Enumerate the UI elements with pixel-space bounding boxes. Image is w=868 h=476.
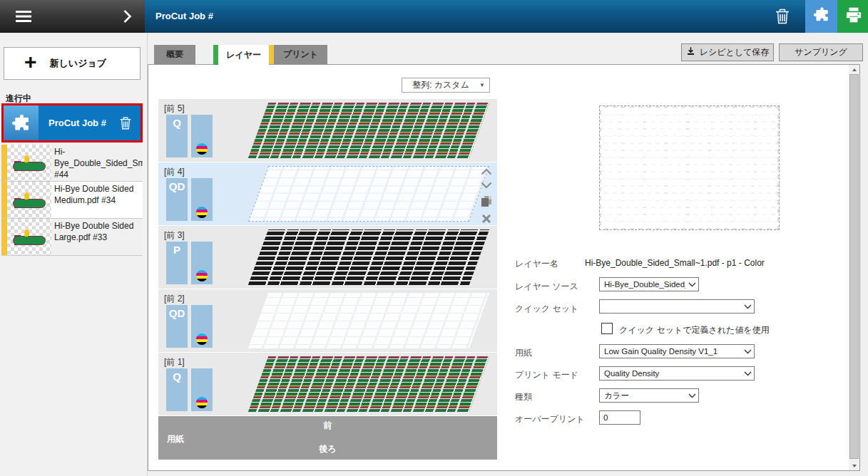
top-bar-main: ProCut Job # — [145, 0, 868, 33]
chevron-down-icon — [685, 393, 698, 398]
job-name: ProCut Job # — [48, 118, 119, 128]
layer-row-label: [前 1] — [164, 356, 185, 368]
job-item[interactable]: Hi-Bye Double Sided Medium.pdf #34 — [1, 182, 143, 219]
layer-row-front-1[interactable]: [前 1] Q — [158, 353, 497, 415]
cmyk-circle-icon — [196, 270, 208, 281]
new-job-label: 新しいジョブ — [50, 57, 107, 70]
layer-stack-footer: 前 用紙 後ろ — [158, 416, 497, 460]
color-channel-bar — [191, 178, 213, 221]
color-channel-bar — [191, 305, 213, 348]
paper-field-label: 用紙 — [515, 347, 532, 359]
chevron-down-icon — [741, 349, 754, 354]
type-label: 種類 — [515, 391, 532, 403]
color-channel-bar — [191, 242, 213, 284]
tab-layers-active[interactable]: レイヤー — [213, 45, 269, 65]
app-window: ProCut Job # — [0, 0, 868, 476]
trash-icon[interactable] — [119, 116, 133, 130]
top-bar-left — [0, 0, 145, 33]
back-side-label: 後ろ — [158, 443, 497, 455]
layer-name-value: Hi-Bye_Double_Sided_Small~1.pdf - p1 - C… — [585, 258, 765, 268]
use-quick-set-checkbox-label: クイック セットで定義された値を使用 — [619, 324, 770, 336]
print-mode-select[interactable]: Quality Density — [599, 366, 755, 381]
tab-overview[interactable]: 概要 — [154, 45, 195, 64]
download-icon — [686, 46, 695, 58]
job-thumbnail — [7, 219, 51, 255]
layer-row-front-2[interactable]: [前 2] QD — [158, 289, 497, 352]
print-mode-badge: QD — [166, 305, 188, 348]
puzzle-icon — [812, 6, 831, 27]
sampling-label: サンプリング — [795, 46, 847, 58]
job-name: Hi-Bye Double Sided Medium.pdf #34 — [51, 182, 143, 218]
delete-job-trash-icon[interactable] — [775, 8, 795, 25]
page-title: ProCut Job # — [155, 11, 213, 21]
expand-panel-chevron-right-icon[interactable] — [123, 9, 132, 26]
use-quick-set-checkbox[interactable] — [601, 323, 613, 334]
cmyk-circle-icon — [196, 207, 208, 218]
layer-thumbnail — [248, 103, 489, 158]
print-mode-badge: P — [166, 242, 188, 284]
sidebar: + 新しいジョブ 進行中 ProCut Job # — [0, 33, 148, 476]
job-thumbnail — [7, 182, 51, 218]
layer-row-front-3[interactable]: [前 3] P — [158, 226, 497, 289]
overprint-input[interactable] — [599, 410, 640, 425]
job-view-button[interactable] — [805, 0, 837, 33]
job-item[interactable]: Hi-Bye_Double_Sided_Small.pdf #44 — [1, 145, 143, 182]
layer-thumbnail — [248, 166, 489, 222]
top-bar: ProCut Job # — [0, 0, 868, 33]
chevron-down-icon — [741, 371, 754, 376]
print-mode-badge: QD — [166, 178, 188, 221]
cmyk-circle-icon — [196, 143, 208, 155]
job-status-stripe — [1, 182, 7, 218]
chevron-down-icon — [741, 304, 754, 309]
quick-set-select[interactable] — [599, 299, 755, 314]
move-layer-down-chevron-icon[interactable] — [481, 182, 492, 189]
scrollbar-thumb[interactable] — [849, 74, 859, 459]
layer-source-select[interactable]: Hi-Bye_Double_Sided_Sma — [599, 277, 699, 291]
layer-row-label: [前 5] — [164, 103, 185, 115]
tab-print[interactable]: プリント — [269, 45, 327, 64]
save-as-recipe-button[interactable]: レシピとして保存 — [681, 43, 774, 61]
front-side-label: 前 — [158, 420, 497, 432]
delete-layer-x-icon[interactable] — [481, 214, 491, 224]
puzzle-icon — [4, 105, 39, 140]
move-layer-up-chevron-icon[interactable] — [481, 168, 492, 175]
print-mode-badge: Q — [166, 115, 188, 157]
plus-icon: + — [24, 51, 37, 73]
cmyk-circle-icon — [196, 333, 208, 345]
scroll-up-arrow-icon[interactable] — [849, 65, 859, 74]
job-name: Hi-Bye_Double_Sided_Small.pdf #44 — [51, 145, 143, 181]
vertical-scrollbar[interactable] — [849, 65, 859, 470]
paper-select[interactable]: Low Gain Quality Density V1_1 — [599, 344, 755, 358]
job-item[interactable]: Hi-Bye Double Sided Large.pdf #33 — [1, 219, 143, 256]
layer-row-front-4-selected[interactable]: [前 4] QD — [158, 162, 497, 225]
layer-row-label: [前 4] — [164, 166, 185, 178]
menu-icon[interactable] — [16, 11, 31, 25]
overprint-label: オーバープリント — [515, 413, 585, 425]
layer-row-label: [前 3] — [164, 229, 185, 242]
job-status-stripe — [1, 145, 7, 181]
job-status-stripe — [1, 219, 7, 255]
sort-dropdown-value: 整列: カスタム — [402, 79, 479, 91]
color-channel-bar — [191, 368, 213, 411]
layer-thumbnail — [248, 229, 489, 285]
new-job-button[interactable]: + 新しいジョブ — [4, 47, 141, 80]
print-button[interactable] — [837, 0, 868, 33]
save-as-recipe-label: レシピとして保存 — [700, 46, 770, 58]
printer-icon — [844, 6, 863, 27]
layer-thumbnail — [248, 293, 489, 348]
scroll-down-arrow-icon[interactable] — [849, 461, 859, 470]
job-name: Hi-Bye Double Sided Large.pdf #33 — [51, 219, 143, 255]
layer-row-actions — [479, 168, 494, 224]
print-mode-badge: Q — [166, 368, 188, 411]
layer-name-label: レイヤー名 — [515, 258, 558, 270]
chevron-down-icon — [685, 282, 698, 287]
cmyk-circle-icon — [196, 397, 208, 408]
job-item-procut-selected[interactable]: ProCut Job # — [1, 103, 143, 143]
sort-dropdown[interactable]: 整列: カスタム ▼ — [402, 78, 490, 93]
layer-row-front-5[interactable]: [前 5] Q — [158, 99, 497, 162]
layer-source-label: レイヤー ソース — [515, 281, 578, 293]
quick-set-label: クイック セット — [515, 303, 578, 315]
type-select[interactable]: カラー — [599, 388, 699, 403]
sampling-button[interactable]: サンプリング — [779, 43, 863, 61]
duplicate-layer-copy-icon[interactable] — [481, 195, 492, 207]
